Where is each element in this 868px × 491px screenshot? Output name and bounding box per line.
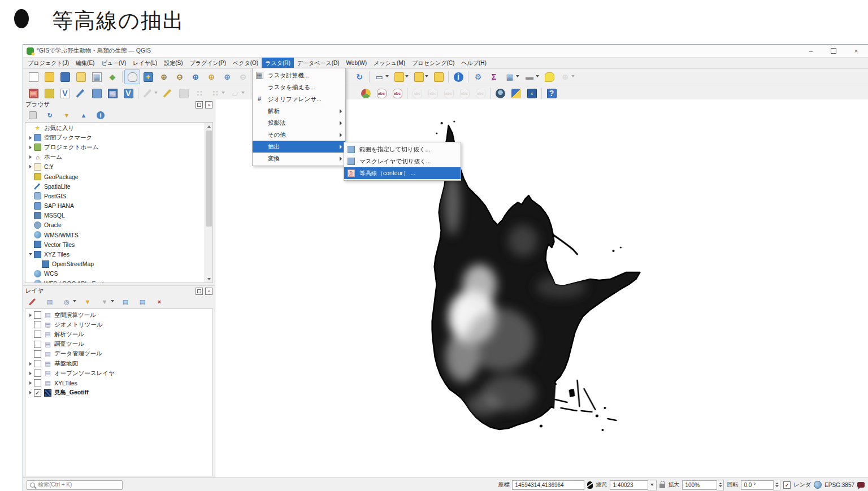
add-spatialite-layer-button[interactable]: [73, 86, 89, 101]
browser-item-postgis[interactable]: PostGIS: [25, 191, 205, 201]
magnifier-spinner[interactable]: [717, 480, 724, 490]
browser-item-openstreetmap[interactable]: OpenStreetMap: [25, 259, 205, 269]
add-group-button[interactable]: ▤: [42, 294, 58, 309]
map-tips-button[interactable]: [541, 69, 557, 84]
search-input[interactable]: 検索(Ctrl + K): [27, 480, 123, 490]
menu-layer[interactable]: レイヤ(L): [129, 58, 160, 68]
geometry-tools-checkbox[interactable]: [34, 321, 41, 328]
layer-item-mishima-geotiff[interactable]: ✓見島_Geotiff: [25, 388, 212, 398]
browser-item-spatialite[interactable]: SpatiaLite: [25, 181, 205, 191]
zoom-out-button[interactable]: ⊖: [172, 69, 188, 84]
browser-item-spatial-bookmarks[interactable]: 空間ブックマーク: [25, 133, 205, 142]
pan-to-selection-button[interactable]: +: [140, 69, 156, 84]
scrollbar-thumb[interactable]: [206, 131, 212, 227]
close-button[interactable]: ×: [847, 45, 866, 57]
zoom-in-button[interactable]: ⊕: [156, 69, 172, 84]
project-save-as-button[interactable]: [73, 69, 89, 84]
diagram-1-button[interactable]: abc: [409, 86, 425, 101]
browser-close-icon[interactable]: ×: [205, 101, 212, 108]
expander-icon[interactable]: [28, 136, 33, 140]
select-all-button[interactable]: [431, 69, 446, 84]
statistical-summary-button[interactable]: Σ: [486, 69, 502, 84]
scale-lock-icon[interactable]: [659, 484, 665, 488]
layer-labeling-button[interactable]: [358, 86, 374, 101]
deselect-all-button[interactable]: [411, 69, 427, 84]
raster-menu-raster-calculator[interactable]: ▦ラスタ計算機...: [253, 69, 345, 81]
raster-menu-extraction[interactable]: 抽出: [253, 141, 345, 153]
survey-tools-checkbox[interactable]: [34, 341, 41, 348]
add-feature-button[interactable]: ∷: [207, 86, 223, 101]
browser-item-favorites[interactable]: ★お気に入り: [25, 123, 205, 133]
menu-processing[interactable]: プロセシング(C): [409, 58, 458, 68]
menu-edit[interactable]: 編集(E): [72, 58, 98, 68]
layers-undock-icon[interactable]: [196, 288, 203, 295]
mouse-position-icon[interactable]: [587, 481, 593, 489]
menu-mesh[interactable]: メッシュ(M): [370, 58, 409, 68]
rotation-spinner[interactable]: [773, 480, 780, 490]
layer-styling-button[interactable]: [25, 294, 41, 309]
layer-item-opensource-layers[interactable]: ▤オープンソースレイヤ: [25, 368, 212, 378]
browser-item-sap-hana[interactable]: SAP HANA: [25, 201, 205, 211]
dropdown-arrow-icon[interactable]: [405, 75, 409, 77]
options-gear-button[interactable]: ⚙: [470, 69, 486, 84]
browser-item-geopackage[interactable]: GeoPackage: [25, 172, 205, 181]
crs-label[interactable]: EPSG:3857: [824, 482, 854, 488]
zoom-full-extent-button[interactable]: ⊕: [188, 69, 203, 84]
data-management-tools-checkbox[interactable]: [34, 350, 41, 358]
raster-menu-conversion[interactable]: 変換: [253, 153, 345, 164]
toggle-editing-button[interactable]: [160, 86, 176, 101]
new-record-button[interactable]: ∷: [192, 86, 207, 101]
browser-item-c-drive[interactable]: C:¥: [25, 162, 205, 172]
browser-item-wcs[interactable]: WCS: [25, 269, 205, 279]
filter-legend-button[interactable]: ▼: [80, 294, 96, 309]
submenu-contour[interactable]: ◎等高線（contour） ...: [344, 167, 461, 179]
project-save-button[interactable]: [57, 69, 73, 84]
filter-browser-button[interactable]: ▼: [59, 108, 75, 123]
collapse-all-browser-button[interactable]: ▲: [76, 108, 92, 123]
zoom-last-button[interactable]: ⊖: [235, 69, 251, 84]
browser-item-home[interactable]: ⌂ホーム: [25, 153, 205, 162]
expander-icon[interactable]: [28, 165, 33, 168]
diagram-3-button[interactable]: abc: [441, 86, 457, 101]
measure-button[interactable]: ▬: [522, 69, 537, 84]
add-selected-layers-button[interactable]: [25, 108, 41, 123]
layer-item-spatial-tools[interactable]: ▤空間演算ツール: [25, 310, 212, 320]
metasearch-button[interactable]: [492, 86, 508, 101]
magnifier-input[interactable]: 100%: [682, 480, 717, 490]
layer-item-base-map[interactable]: ▤基盤地図: [25, 359, 212, 368]
properties-widget-button[interactable]: i: [93, 108, 108, 123]
save-layer-edits-button[interactable]: [176, 86, 192, 101]
layer-item-data-management-tools[interactable]: ▤データ管理ツール: [25, 349, 212, 359]
dropdown-arrow-icon[interactable]: [241, 92, 245, 94]
messages-icon[interactable]: [857, 482, 865, 488]
raster-menu-analysis[interactable]: 解析: [253, 105, 345, 117]
dropdown-arrow-icon[interactable]: [111, 300, 114, 302]
vertex-tool-button[interactable]: ▱: [227, 86, 243, 101]
project-open-button[interactable]: [41, 69, 57, 84]
menu-settings[interactable]: 設定(S): [160, 58, 186, 68]
menu-web[interactable]: Web(W): [343, 58, 370, 68]
select-features-button[interactable]: ▭: [371, 69, 387, 84]
data-source-manager-button[interactable]: ▤: [25, 86, 41, 101]
browser-item-wms-wmts[interactable]: WMS/WMTS: [25, 230, 205, 240]
attribute-table-button[interactable]: ▦: [502, 69, 518, 84]
menu-plugins[interactable]: プラグイン(P): [186, 58, 230, 68]
opensource-layers-checkbox[interactable]: [34, 370, 41, 377]
diagram-2-button[interactable]: abc: [425, 86, 441, 101]
filter-by-expression-button[interactable]: ▼: [97, 294, 112, 309]
label-pin-button[interactable]: abc: [374, 86, 389, 101]
new-print-layout-button[interactable]: ▦: [89, 69, 105, 84]
dropdown-arrow-icon[interactable]: [425, 75, 428, 77]
menu-vector[interactable]: ベクタ(O): [229, 58, 262, 68]
dropdown-arrow-icon[interactable]: [73, 300, 76, 302]
scroll-down-icon[interactable]: [205, 275, 212, 283]
browser-item-oracle[interactable]: Oracle: [25, 220, 205, 230]
new-spatial-bookmark-button[interactable]: ⊕: [557, 69, 573, 84]
expander-icon[interactable]: [28, 146, 33, 149]
label-abc-button[interactable]: abc: [389, 86, 405, 101]
manage-map-themes-button[interactable]: ◎: [59, 294, 75, 309]
pan-map-button[interactable]: [124, 69, 140, 84]
expander-icon[interactable]: [28, 314, 33, 317]
browser-item-xyz-tiles[interactable]: XYZ Tiles: [25, 249, 205, 259]
browser-item-project-home[interactable]: プロジェクトホーム: [25, 142, 205, 152]
